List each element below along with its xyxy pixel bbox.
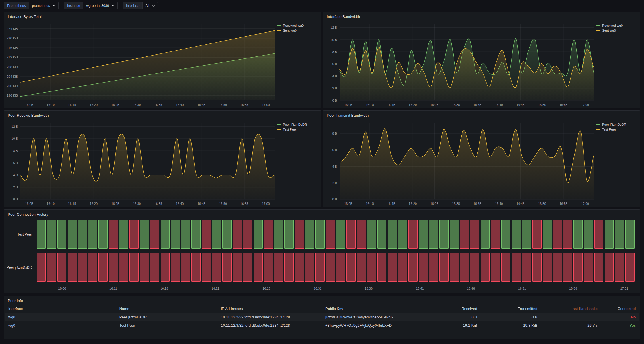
status-bar[interactable] — [439, 253, 449, 282]
status-bar[interactable] — [501, 220, 510, 249]
status-bar[interactable] — [470, 220, 479, 249]
status-bar[interactable] — [419, 253, 428, 282]
status-bar[interactable] — [171, 220, 180, 249]
column-header[interactable]: Last Handshake — [541, 305, 601, 313]
legend-item[interactable]: Test Peer — [596, 128, 637, 131]
status-bar[interactable] — [563, 253, 572, 282]
status-bar[interactable] — [326, 220, 335, 249]
time-series-chart[interactable]: 0 B2 B4 B6 B8 B10 B12 B16:0516:1016:1516… — [4, 119, 277, 207]
status-bar[interactable] — [501, 253, 510, 282]
status-bar[interactable] — [429, 253, 438, 282]
panel-title[interactable]: Peer Connection History — [4, 210, 640, 218]
status-bar[interactable] — [543, 253, 552, 282]
status-bar[interactable] — [408, 253, 418, 282]
status-bar[interactable] — [181, 220, 190, 249]
status-bar[interactable] — [460, 253, 469, 282]
status-bar[interactable] — [388, 220, 397, 249]
column-header[interactable]: Interface — [5, 305, 116, 313]
status-bar[interactable] — [129, 253, 139, 282]
interface-dropdown[interactable]: All — [142, 2, 158, 9]
status-bar[interactable] — [150, 253, 159, 282]
status-bar[interactable] — [274, 220, 283, 249]
status-bar[interactable] — [78, 253, 87, 282]
status-bar[interactable] — [346, 253, 356, 282]
status-bar[interactable] — [212, 253, 221, 282]
status-bar[interactable] — [109, 253, 118, 282]
status-bar[interactable] — [264, 220, 273, 249]
column-header[interactable]: IP Addresses — [217, 305, 322, 313]
legend-item[interactable]: Test Peer — [277, 128, 318, 131]
status-bar[interactable] — [129, 220, 139, 249]
status-bar[interactable] — [161, 220, 170, 249]
panel-title[interactable]: Interface Bandwidth — [323, 12, 640, 20]
status-bar[interactable] — [553, 253, 562, 282]
status-bar[interactable] — [573, 220, 583, 249]
status-bar[interactable] — [584, 253, 593, 282]
status-bar[interactable] — [37, 253, 46, 282]
legend-item[interactable]: Received wg0 — [596, 24, 637, 27]
status-bar[interactable] — [388, 253, 397, 282]
status-bar[interactable] — [88, 253, 97, 282]
status-bar[interactable] — [191, 253, 201, 282]
status-bar[interactable] — [563, 220, 572, 249]
status-bar[interactable] — [408, 220, 418, 249]
status-bar[interactable] — [243, 253, 252, 282]
prometheus-dropdown[interactable]: prometheus — [29, 2, 59, 9]
status-bar[interactable] — [47, 253, 56, 282]
status-bar[interactable] — [222, 253, 232, 282]
status-bar[interactable] — [284, 220, 294, 249]
status-bar[interactable] — [233, 253, 242, 282]
status-bar[interactable] — [315, 253, 325, 282]
status-bar[interactable] — [68, 220, 77, 249]
instance-dropdown[interactable]: wg-portal:8080 — [83, 2, 117, 9]
status-bar[interactable] — [274, 253, 283, 282]
status-bar[interactable] — [346, 220, 356, 249]
status-bar[interactable] — [88, 220, 97, 249]
panel-title[interactable]: Interface Bytes Total — [4, 12, 321, 20]
legend-item[interactable]: Sent wg0 — [277, 29, 318, 32]
time-series-chart[interactable]: 0 B2 B4 B6 B8 B10 B12 B16:0516:1016:1516… — [323, 20, 596, 108]
time-series-chart[interactable]: 196 KiB200 KiB204 KiB208 KiB212 KiB216 K… — [4, 20, 277, 108]
status-bar[interactable] — [470, 253, 479, 282]
status-bar[interactable] — [119, 220, 128, 249]
status-bar[interactable] — [512, 220, 521, 249]
status-bar[interactable] — [481, 253, 490, 282]
status-bar[interactable] — [367, 253, 376, 282]
status-bar[interactable] — [336, 220, 345, 249]
status-bar[interactable] — [98, 220, 108, 249]
status-bar[interactable] — [605, 220, 614, 249]
status-bar[interactable] — [615, 253, 624, 282]
status-bar[interactable] — [233, 220, 242, 249]
status-bar[interactable] — [377, 220, 386, 249]
column-header[interactable]: Name — [116, 305, 218, 313]
status-bar[interactable] — [295, 253, 304, 282]
status-bar[interactable] — [140, 253, 149, 282]
status-bar[interactable] — [439, 220, 449, 249]
status-bar[interactable] — [594, 220, 603, 249]
status-bar[interactable] — [284, 253, 294, 282]
status-bar[interactable] — [522, 220, 531, 249]
status-bar[interactable] — [305, 253, 314, 282]
status-bar[interactable] — [522, 253, 531, 282]
panel-title[interactable]: Peer Receive Bandwidth — [4, 111, 321, 119]
status-bar[interactable] — [140, 220, 149, 249]
status-bar[interactable] — [57, 253, 66, 282]
status-bar[interactable] — [243, 220, 252, 249]
status-bar[interactable] — [222, 220, 232, 249]
status-bar[interactable] — [264, 253, 273, 282]
status-bar[interactable] — [532, 253, 542, 282]
status-bar[interactable] — [202, 220, 211, 249]
column-header[interactable]: Received — [427, 305, 481, 313]
status-bar[interactable] — [450, 220, 459, 249]
status-bar[interactable] — [202, 253, 211, 282]
status-bar[interactable] — [460, 220, 469, 249]
status-bar[interactable] — [119, 253, 128, 282]
table-row[interactable]: wg0Peer jRzmDsDR10.11.12.2/32,fdfd:d3ad:… — [5, 313, 639, 321]
status-bar[interactable] — [191, 220, 201, 249]
status-bar[interactable] — [98, 253, 108, 282]
status-bar[interactable] — [47, 220, 56, 249]
column-header[interactable]: Transmitted — [481, 305, 541, 313]
status-bar[interactable] — [491, 220, 500, 249]
legend-item[interactable]: Received wg0 — [277, 24, 318, 27]
column-header[interactable]: Connected — [601, 305, 639, 313]
